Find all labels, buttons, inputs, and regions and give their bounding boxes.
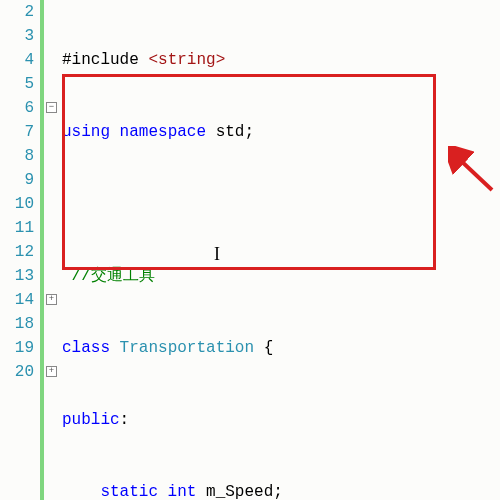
line-number: 7 [0, 120, 34, 144]
fold-expand-icon[interactable]: + [46, 366, 57, 377]
line-number: 2 [0, 0, 34, 24]
code-line[interactable]: //交通工具 [62, 264, 500, 288]
line-number: 19 [0, 336, 34, 360]
line-number: 11 [0, 216, 34, 240]
line-number: 8 [0, 144, 34, 168]
code-editor: 2 3 4 5 6 7 8 9 10 11 12 13 14 18 19 20 … [0, 0, 500, 500]
line-number: 18 [0, 312, 34, 336]
fold-gutter: − + + [40, 0, 58, 500]
fold-expand-icon[interactable]: + [46, 294, 57, 305]
fold-collapse-icon[interactable]: − [46, 102, 57, 113]
line-number: 10 [0, 192, 34, 216]
line-number: 12 [0, 240, 34, 264]
line-number: 20 [0, 360, 34, 384]
code-line[interactable]: class Transportation { [62, 336, 500, 360]
line-number: 5 [0, 72, 34, 96]
line-number-gutter: 2 3 4 5 6 7 8 9 10 11 12 13 14 18 19 20 [0, 0, 40, 500]
line-number: 6 [0, 96, 34, 120]
code-line[interactable]: public: [62, 408, 500, 432]
line-number: 9 [0, 168, 34, 192]
code-line[interactable]: using namespace std; [62, 120, 500, 144]
line-number: 3 [0, 24, 34, 48]
code-area[interactable]: #include <string> using namespace std; /… [58, 0, 500, 500]
code-line[interactable] [62, 192, 500, 216]
code-line[interactable]: static int m_Speed; [62, 480, 500, 500]
line-number: 13 [0, 264, 34, 288]
code-line[interactable]: #include <string> [62, 48, 500, 72]
line-number: 4 [0, 48, 34, 72]
line-number: 14 [0, 288, 34, 312]
